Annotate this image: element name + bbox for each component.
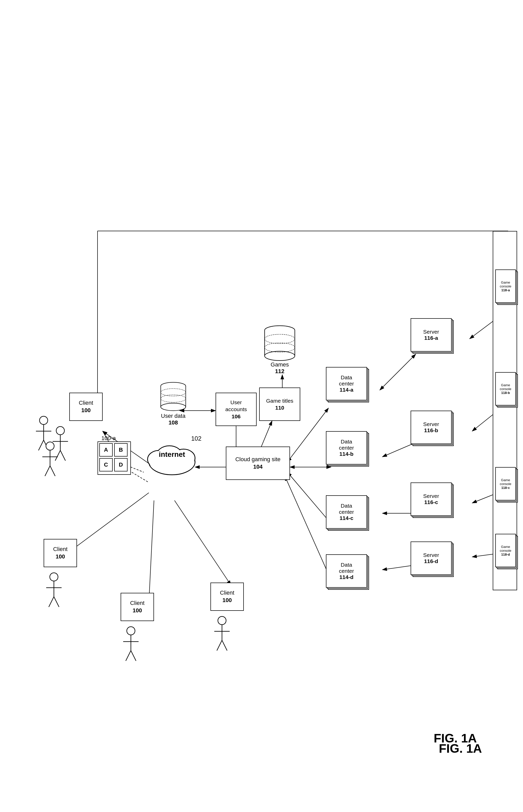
diagram: FIG. 1A internet 102 Cloud gaming site 1…	[0, 0, 523, 812]
games-id: 112	[275, 368, 285, 375]
svg-line-82	[222, 640, 227, 651]
server-d-label: Server	[423, 552, 439, 558]
screen-cell-d: D	[119, 462, 123, 468]
user-data-label: User data	[161, 413, 185, 419]
server-a-label: Server	[423, 329, 439, 335]
client-a-group-label: 100-a	[101, 435, 116, 442]
svg-point-68	[50, 573, 58, 581]
console-b-label: Gameconsole	[500, 383, 511, 391]
server-d-id: 116-d	[424, 558, 438, 564]
dc-b-id: 114-b	[340, 451, 354, 457]
svg-point-53	[39, 416, 48, 425]
client-a-id: 100	[82, 407, 91, 414]
user-data-id: 108	[168, 419, 178, 426]
svg-line-81	[217, 640, 222, 651]
server-b-label: Server	[423, 421, 439, 427]
user-accounts-box: Useraccounts 106	[216, 393, 257, 426]
svg-line-15	[287, 472, 331, 524]
svg-line-62	[60, 450, 66, 461]
server-c-id: 116-c	[424, 499, 438, 505]
svg-point-50	[265, 351, 295, 361]
console-d-id: 118-d	[501, 553, 510, 556]
svg-line-77	[131, 651, 136, 661]
game-titles-id: 110	[275, 404, 284, 411]
svg-point-63	[46, 442, 54, 450]
screen-cell-a: A	[104, 447, 108, 453]
client-a-label: Client	[79, 399, 93, 407]
svg-line-76	[126, 651, 131, 661]
dc-c-label: Datacenter	[339, 503, 354, 515]
user-data-cylinder: User data 108	[154, 380, 193, 426]
person-4	[43, 572, 64, 608]
svg-point-73	[127, 627, 135, 635]
figure-label: FIG. 1A	[439, 741, 482, 756]
dc-c-id: 114-c	[340, 515, 354, 521]
svg-point-78	[218, 616, 226, 625]
svg-line-17	[380, 354, 416, 390]
svg-line-71	[49, 597, 54, 607]
client-100-a-box: Client 100	[69, 393, 103, 421]
dc-a-label: Datacenter	[339, 375, 354, 387]
client-c-label: Client	[130, 599, 144, 607]
svg-line-5	[69, 493, 149, 552]
console-a-id: 118-a	[501, 288, 510, 292]
games-cylinder: Games 112	[259, 323, 300, 375]
console-c-id: 118-c	[501, 486, 510, 490]
dc-b-label: Datacenter	[339, 438, 354, 451]
client-d-label: Client	[220, 589, 234, 597]
svg-line-67	[50, 466, 55, 476]
cloud-gaming-site-id: 104	[253, 463, 263, 471]
cloud-gaming-site-label: Cloud gaming site	[235, 456, 281, 463]
server-a-id: 116-a	[424, 335, 438, 341]
cloud-gaming-site-box: Cloud gaming site 104	[226, 447, 290, 480]
console-d-label: Gameconsole	[500, 545, 511, 553]
client-100-d-box: Client 100	[211, 582, 244, 611]
client-100-b-box: Client 100	[43, 539, 77, 567]
svg-line-6	[149, 501, 154, 603]
dc-d-label: Datacenter	[339, 562, 354, 574]
screen-cell-b: B	[119, 447, 123, 453]
client-c-id: 100	[133, 607, 142, 614]
client-100-c-box: Client 100	[121, 593, 154, 621]
client-b-label: Client	[53, 546, 68, 553]
server-c-label: Server	[423, 493, 439, 499]
svg-line-66	[45, 466, 50, 476]
screen-cell-c: C	[104, 462, 108, 468]
console-c-label: Gameconsole	[500, 478, 511, 486]
svg-line-16	[285, 476, 331, 580]
dc-a-id: 114-a	[340, 387, 354, 393]
client-d-id: 100	[222, 597, 232, 604]
console-a-label: Gameconsole	[500, 281, 511, 288]
internet-id-label: 102	[191, 435, 201, 442]
svg-point-43	[161, 403, 185, 411]
games-label: Games	[271, 361, 289, 368]
game-titles-label: Game titles	[266, 397, 293, 404]
server-b-id: 116-b	[424, 427, 438, 433]
user-accounts-id: 106	[232, 413, 240, 420]
console-b-id: 118-b	[501, 391, 510, 395]
svg-point-58	[56, 427, 65, 435]
dc-d-id: 114-d	[340, 574, 354, 580]
person-3	[40, 441, 60, 477]
person-5	[121, 626, 141, 662]
person-6	[212, 616, 232, 652]
game-titles-box: Game titles 110	[259, 387, 300, 421]
svg-line-7	[175, 501, 231, 585]
svg-line-72	[54, 597, 59, 607]
client-b-id: 100	[56, 553, 65, 560]
screen-display-box: A B C D	[97, 441, 131, 475]
internet-cloud: internet	[144, 436, 200, 477]
user-accounts-label: Useraccounts	[225, 399, 247, 413]
